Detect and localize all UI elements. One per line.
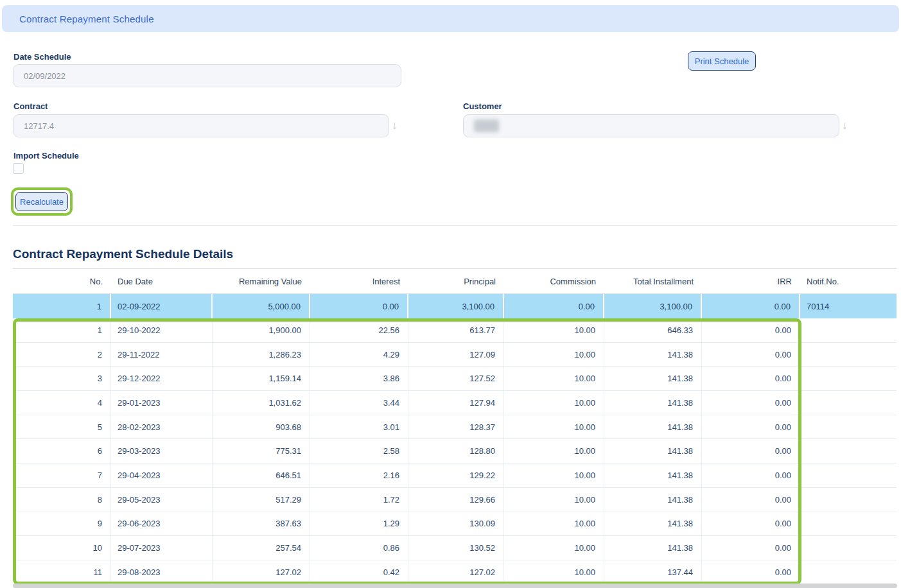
cell-irr: 0.00	[702, 294, 800, 318]
cell-interest: 4.29	[310, 343, 408, 367]
schedule-row[interactable]: 829-05-2023517.291.72129.6610.00141.380.…	[13, 488, 897, 512]
column-header-due-date[interactable]: Due Date	[111, 269, 213, 293]
contract-label: Contract	[13, 101, 48, 111]
cell-commission: 10.00	[504, 415, 604, 439]
cell-interest: 3.44	[310, 391, 408, 415]
cell-interest: 0.86	[310, 536, 408, 560]
cell-due-date: 29-07-2023	[111, 536, 213, 560]
cell-notif-no	[800, 560, 897, 584]
cell-irr: 0.00	[702, 439, 800, 463]
contract-value: 12717.4	[24, 121, 54, 131]
schedule-row-highlighted[interactable]: 102-09-20225,000.000.003,100.000.003,100…	[13, 294, 897, 318]
cell-notif-no	[800, 512, 897, 536]
schedule-row[interactable]: 528-02-2023903.683.01128.3710.00141.380.…	[13, 415, 897, 440]
cell-irr: 0.00	[702, 536, 800, 560]
cell-due-date: 29-06-2023	[111, 512, 213, 536]
column-header-remaining-value[interactable]: Remaining Value	[213, 269, 310, 293]
cell-interest: 3.86	[310, 367, 408, 390]
column-header-total-installment[interactable]: Total Installment	[604, 269, 702, 293]
import-schedule-checkbox[interactable]	[13, 163, 24, 174]
cell-commission: 10.00	[504, 343, 604, 367]
column-header-irr[interactable]: IRR	[702, 269, 800, 293]
schedule-row[interactable]: 429-01-20231,031.623.44127.9410.00141.38…	[13, 391, 897, 415]
cell-total-installment: 141.38	[604, 512, 702, 536]
cell-principal: 3,100.00	[408, 294, 504, 318]
cell-no: 7	[13, 463, 111, 487]
cell-notif-no	[800, 367, 897, 390]
cell-notif-no	[800, 343, 897, 367]
cell-remaining-value: 646.51	[213, 463, 310, 487]
cell-irr: 0.00	[702, 343, 800, 367]
cell-total-installment: 141.38	[604, 536, 702, 560]
cell-commission: 10.00	[504, 463, 604, 487]
cell-interest: 0.00	[310, 294, 408, 318]
cell-commission: 10.00	[504, 391, 604, 415]
schedule-row[interactable]: 229-11-20221,286.234.29127.0910.00141.38…	[13, 343, 897, 367]
cell-commission: 10.00	[504, 439, 604, 463]
contract-input[interactable]: 12717.4	[13, 114, 389, 137]
cell-remaining-value: 257.54	[213, 536, 310, 560]
cell-due-date: 29-12-2022	[111, 367, 213, 390]
date-schedule-value: 02/09/2022	[24, 71, 66, 81]
customer-input[interactable]	[463, 114, 839, 137]
cell-remaining-value: 127.02	[213, 560, 310, 584]
cell-total-installment: 3,100.00	[604, 294, 702, 318]
schedule-row[interactable]: 1029-07-2023257.540.86130.5210.00141.380…	[13, 536, 897, 560]
cell-notif-no	[800, 463, 897, 487]
schedule-row[interactable]: 629-03-2023775.312.58128.8010.00141.380.…	[13, 439, 897, 463]
cell-total-installment: 141.38	[604, 439, 702, 463]
cell-due-date: 29-01-2023	[111, 391, 213, 415]
column-header-principal[interactable]: Principal	[408, 269, 504, 293]
cell-interest: 3.01	[310, 415, 408, 439]
column-header-no[interactable]: No.	[13, 269, 111, 293]
cell-remaining-value: 775.31	[213, 439, 310, 463]
repayment-schedule-table: No.Due DateRemaining ValueInterestPrinci…	[13, 268, 897, 585]
cell-commission: 10.00	[504, 367, 604, 390]
cell-due-date: 29-08-2023	[111, 560, 213, 584]
cell-total-installment: 137.44	[604, 560, 702, 584]
customer-value-redacted	[474, 119, 499, 132]
cell-interest: 22.56	[310, 318, 408, 342]
contract-dropdown-arrow-icon[interactable]: ↓	[392, 120, 398, 131]
schedule-row[interactable]: 929-06-2023387.631.29130.0910.00141.380.…	[13, 512, 897, 537]
cell-remaining-value: 5,000.00	[213, 294, 310, 318]
cell-no: 3	[13, 367, 111, 390]
cell-no: 1	[13, 318, 111, 342]
column-header-interest[interactable]: Interest	[310, 269, 408, 293]
horizontal-scrollbar[interactable]	[13, 584, 897, 588]
date-schedule-input[interactable]: 02/09/2022	[13, 64, 401, 87]
cell-total-installment: 141.38	[604, 415, 702, 439]
schedule-row[interactable]: 729-04-2023646.512.16129.2210.00141.380.…	[13, 463, 897, 488]
cell-principal: 127.02	[408, 560, 504, 584]
table-header-row: No.Due DateRemaining ValueInterestPrinci…	[13, 268, 897, 294]
schedule-row[interactable]: 329-12-20221,159.143.86127.5210.00141.38…	[13, 367, 897, 391]
cell-total-installment: 141.38	[604, 463, 702, 487]
cell-no: 9	[13, 512, 111, 536]
cell-interest: 0.42	[310, 560, 408, 584]
cell-irr: 0.00	[702, 512, 800, 536]
cell-total-installment: 141.38	[604, 391, 702, 415]
print-schedule-button[interactable]: Print Schedule	[688, 51, 756, 71]
date-schedule-label: Date Schedule	[13, 52, 71, 62]
cell-irr: 0.00	[702, 488, 800, 512]
recalculate-button[interactable]: Recalculate	[15, 192, 68, 211]
cell-due-date: 29-11-2022	[111, 343, 213, 367]
cell-principal: 129.66	[408, 488, 504, 512]
cell-irr: 0.00	[702, 367, 800, 390]
cell-total-installment: 141.38	[604, 367, 702, 390]
contract-repayment-schedule-page: Contract Repayment Schedule Date Schedul…	[0, 0, 901, 588]
cell-interest: 2.16	[310, 463, 408, 487]
cell-no: 11	[13, 560, 111, 584]
customer-dropdown-arrow-icon[interactable]: ↓	[842, 120, 848, 131]
recalculate-annotation-box: Recalculate	[11, 187, 73, 216]
cell-remaining-value: 387.63	[213, 512, 310, 536]
column-header-notif-no[interactable]: Notif.No.	[800, 269, 897, 293]
panel-header: Contract Repayment Schedule	[2, 5, 899, 32]
schedule-row[interactable]: 129-10-20221,900.0022.56613.7710.00646.3…	[13, 318, 897, 343]
cell-due-date: 28-02-2023	[111, 415, 213, 439]
cell-irr: 0.00	[702, 318, 800, 342]
column-header-commission[interactable]: Commission	[504, 269, 604, 293]
cell-due-date: 29-05-2023	[111, 488, 213, 512]
schedule-row[interactable]: 1129-08-2023127.020.42127.0210.00137.440…	[13, 560, 897, 585]
cell-interest: 1.29	[310, 512, 408, 536]
